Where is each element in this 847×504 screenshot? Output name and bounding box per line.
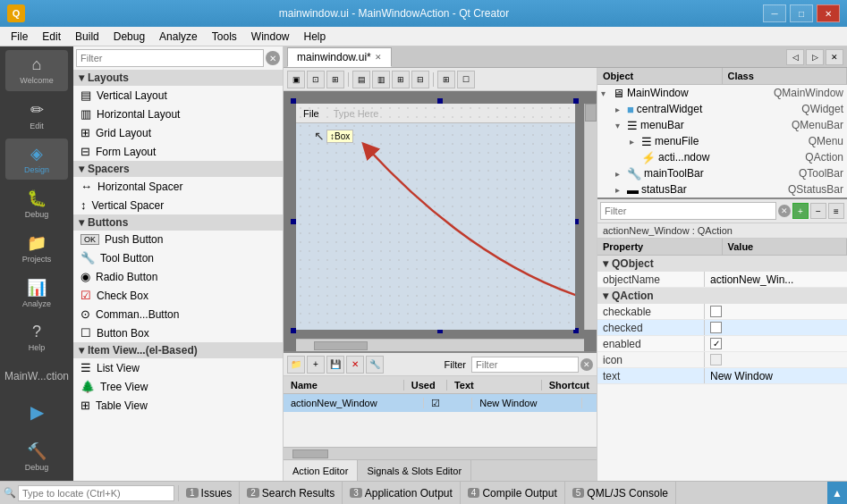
widget-item-check-box[interactable]: ☑ Check Box	[73, 286, 283, 305]
object-row-action[interactable]: ⚡ acti...ndow QAction	[597, 149, 847, 165]
sidebar-item-welcome[interactable]: ⌂ Welcome	[5, 50, 68, 91]
canvas-close-button[interactable]: ✕	[826, 49, 843, 65]
action-btn-delete[interactable]: ✕	[346, 356, 364, 374]
object-row-mainwindow[interactable]: ▾ 🖥 MainWindow QMainWindow	[597, 85, 847, 101]
widget-item-list-view[interactable]: ☰ List View	[73, 358, 283, 377]
widget-item-push-button[interactable]: OK Push Button	[73, 231, 283, 248]
widget-item-table-view[interactable]: ⊞ Table View	[73, 396, 283, 415]
design-tool-break[interactable]: ☐	[457, 71, 475, 88]
minimize-button[interactable]: ─	[763, 4, 786, 22]
widget-search-clear-button[interactable]: ✕	[266, 51, 280, 65]
menu-help[interactable]: Help	[297, 29, 334, 45]
object-row-menubar[interactable]: ▾ ☰ menuBar QMenuBar	[597, 117, 847, 133]
widget-item-vertical-spacer[interactable]: ↕ Vertical Spacer	[73, 196, 283, 214]
object-row-statusbar[interactable]: ▸ ▬ statusBar QStatusBar	[597, 181, 847, 197]
prop-row-checked[interactable]: checked	[597, 320, 847, 336]
status-tab-qml[interactable]: 5 QML/JS Console	[565, 482, 676, 504]
sidebar-item-design[interactable]: ◈ Design	[5, 139, 68, 180]
tool-button-icon: 🔧	[80, 251, 95, 265]
widget-item-tree-view[interactable]: 🌲 Tree View	[73, 377, 283, 396]
canvas-scrollbar-thumb-v[interactable]	[585, 104, 597, 122]
prop-row-icon[interactable]: icon	[597, 352, 847, 368]
design-tool-select[interactable]: ▣	[287, 71, 305, 88]
canvas-scrollbar-v[interactable]	[584, 104, 597, 330]
action-scroll-thumb[interactable]	[292, 449, 328, 458]
canvas-scrollbar-h[interactable]	[296, 339, 584, 351]
canvas-toolbar-btn-1[interactable]: ◁	[786, 49, 804, 65]
properties-minus-button[interactable]: −	[810, 203, 826, 219]
tab-signals-slots[interactable]: Signals & Slots Editor	[358, 460, 471, 481]
widget-item-radio-button[interactable]: ◉ Radio Button	[73, 267, 283, 286]
menu-analyze[interactable]: Analyze	[152, 29, 205, 45]
sidebar-item-projects[interactable]: 📁 Projects	[5, 228, 68, 269]
design-tool-layout-g[interactable]: ⊞	[392, 71, 410, 88]
action-table-row[interactable]: actionNew_Window ☑ New Window	[284, 394, 597, 412]
checkbox-checked[interactable]	[710, 322, 722, 333]
status-search-input[interactable]	[18, 485, 174, 501]
object-class-statusbar: QStatusBar	[788, 183, 843, 196]
menu-window[interactable]: Window	[244, 29, 297, 45]
menu-tools[interactable]: Tools	[205, 29, 244, 45]
action-btn-new[interactable]: +	[307, 356, 325, 374]
prop-row-text[interactable]: text New Window	[597, 368, 847, 384]
prop-row-checkable[interactable]: checkable	[597, 304, 847, 320]
menu-file[interactable]: File	[4, 29, 35, 45]
action-btn-save[interactable]: 💾	[326, 356, 344, 374]
status-tab-compile[interactable]: 4 Compile Output	[461, 482, 565, 504]
properties-filter-input[interactable]	[600, 202, 776, 220]
properties-filter-clear[interactable]: ✕	[778, 205, 791, 217]
widget-search-input[interactable]	[76, 49, 264, 67]
status-tab-search[interactable]: 2 Search Results	[240, 482, 343, 504]
menu-edit[interactable]: Edit	[35, 29, 68, 45]
object-row-centralwidget[interactable]: ▸ ■ centralWidget QWidget	[597, 101, 847, 117]
design-tool-3[interactable]: ⊞	[326, 71, 344, 88]
maximize-button[interactable]: □	[790, 4, 813, 22]
sidebar-item-debug-run[interactable]: 🔨 Debug	[5, 436, 68, 477]
close-button[interactable]: ✕	[817, 4, 840, 22]
status-tab-appout[interactable]: 3 Application Output	[343, 482, 461, 504]
sidebar-item-edit[interactable]: ✏ Edit	[5, 95, 68, 136]
action-btn-folder[interactable]: 📁	[287, 356, 305, 374]
properties-add-button[interactable]: +	[792, 203, 809, 219]
widget-item-grid-layout[interactable]: ⊞ Grid Layout	[73, 123, 283, 142]
status-tab-issues[interactable]: 1 Issues	[179, 482, 240, 504]
checkbox-enabled[interactable]: ✓	[710, 338, 722, 349]
menu-debug[interactable]: Debug	[106, 29, 152, 45]
canvas-tab-mainwindow[interactable]: mainwindow.ui* ✕	[287, 47, 392, 67]
sidebar-item-debug2[interactable]: ▶	[5, 392, 68, 433]
sidebar-item-help[interactable]: ? Help	[5, 316, 68, 357]
canvas-tab-close-icon[interactable]: ✕	[375, 53, 382, 62]
prop-row-objectname[interactable]: objectName actionNew_Win...	[597, 272, 847, 288]
canvas-toolbar-btn-2[interactable]: ▷	[806, 49, 824, 65]
object-row-menufile[interactable]: ▸ ☰ menuFile QMenu	[597, 133, 847, 149]
object-name-menubar: menuBar	[640, 119, 792, 131]
sidebar-item-analyze[interactable]: 📊 Analyze	[5, 273, 68, 314]
widget-item-command-button[interactable]: ⊙ Comman...Button	[73, 305, 283, 323]
design-tool-layout-h[interactable]: ▥	[372, 71, 390, 88]
checkbox-checkable[interactable]	[710, 306, 722, 317]
sidebar-item-debug[interactable]: 🐛 Debug	[5, 183, 68, 224]
prop-row-enabled[interactable]: enabled ✓	[597, 336, 847, 352]
widget-item-horizontal-spacer[interactable]: ↔ Horizontal Spacer	[73, 177, 283, 196]
widget-item-vertical-layout[interactable]: ▤ Vertical Layout	[73, 86, 283, 105]
action-btn-tool[interactable]: 🔧	[366, 356, 384, 374]
design-tool-layout-f[interactable]: ⊟	[411, 71, 429, 88]
widget-item-form-layout[interactable]: ⊟ Form Layout	[73, 142, 283, 161]
action-filter-clear[interactable]: ✕	[580, 358, 593, 371]
canvas-scrollbar-thumb-h[interactable]	[314, 341, 368, 350]
design-tool-grid[interactable]: ⊞	[437, 71, 455, 88]
widget-item-tool-button[interactable]: 🔧 Tool Button	[73, 248, 283, 267]
sidebar-item-mainwaction[interactable]: MainW...ction	[5, 365, 68, 388]
action-scroll-h[interactable]	[284, 447, 597, 459]
widget-item-horizontal-layout[interactable]: ▥ Horizontal Layout	[73, 105, 283, 123]
tab-action-editor[interactable]: Action Editor	[284, 460, 358, 481]
status-expand-button[interactable]: ▲	[827, 482, 847, 505]
object-row-toolbar[interactable]: ▸ 🔧 mainToolBar QToolBar	[597, 165, 847, 181]
design-tool-2[interactable]: ⊡	[307, 71, 325, 88]
design-tool-layout-v[interactable]: ▤	[352, 71, 370, 88]
widget-item-button-box[interactable]: ☐ Button Box	[73, 323, 283, 342]
canvas-area: File Type Here ↖ ↕Box	[284, 91, 597, 351]
menu-build[interactable]: Build	[68, 29, 106, 45]
action-filter-input[interactable]	[471, 357, 579, 373]
properties-menu-button[interactable]: ≡	[828, 203, 844, 219]
